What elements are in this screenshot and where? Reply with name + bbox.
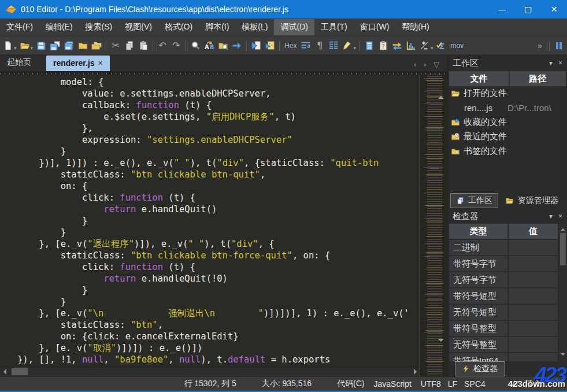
table-row[interactable]: 带符号Int64 — [449, 353, 558, 361]
close-button[interactable]: ✕ — [541, 0, 567, 19]
minimize-button[interactable]: — — [489, 0, 515, 19]
pause-button[interactable] — [552, 39, 566, 53]
tab-list-icon[interactable]: ▽ — [433, 60, 439, 69]
inspector-menu-icon[interactable]: ▾ — [549, 212, 553, 220]
clipboard-info-button[interactable]: ? — [376, 39, 390, 53]
save-button[interactable] — [34, 39, 48, 53]
document-overview-scrollbar[interactable] — [420, 75, 447, 376]
toolbar-overflow-button[interactable]: » — [533, 39, 547, 53]
folders-button[interactable] — [90, 39, 103, 53]
disassembly-mov-button[interactable]: mov — [448, 42, 466, 50]
status-w-indicator[interactable]: W — [511, 379, 518, 389]
checksum-button[interactable]: Σ — [434, 39, 448, 53]
status-code-label[interactable]: 代码(C) — [337, 379, 364, 389]
tab-close-icon[interactable]: × — [98, 58, 103, 68]
status-line-ending[interactable]: LF — [448, 379, 457, 389]
new-file-button[interactable] — [1, 39, 15, 53]
table-row[interactable]: 带符号整型 — [449, 321, 558, 336]
status-file-size[interactable]: 大小: 935,516 — [262, 379, 312, 389]
menu-item-debug[interactable]: 调试(D) — [274, 19, 314, 35]
inspector-scrollbar[interactable] — [559, 224, 567, 361]
column-header-path[interactable]: 路径 — [510, 71, 566, 86]
menu-item-search[interactable]: 搜索(S) — [79, 19, 119, 35]
replace-button[interactable]: AB — [202, 39, 216, 53]
goto-button[interactable] — [230, 39, 244, 53]
calculator-button[interactable] — [362, 39, 376, 53]
run-template-button[interactable] — [263, 39, 277, 53]
menu-item-window[interactable]: 窗口(W) — [354, 19, 396, 35]
tab-renderer-js[interactable]: renderer.js× — [46, 56, 110, 71]
list-item-open-files[interactable]: 打开的文件 — [448, 86, 567, 101]
status-line-col[interactable]: 行 15302, 列 5 — [184, 379, 236, 389]
table-row[interactable]: 无符号字节 — [449, 272, 558, 287]
undo-button[interactable]: ↶ — [155, 39, 169, 53]
line-numbers-button[interactable] — [327, 39, 340, 53]
workspace-close-icon[interactable]: × — [558, 59, 562, 67]
highlight-button[interactable] — [340, 39, 354, 53]
hex-view-button[interactable]: Hex — [282, 42, 299, 50]
horizontal-scrollbar-thumb[interactable] — [12, 368, 28, 375]
redo-button[interactable]: ↷ — [169, 39, 183, 53]
word-wrap-button[interactable] — [299, 39, 313, 53]
menu-item-format[interactable]: 格式(O) — [158, 19, 199, 35]
scroll-down-icon[interactable] — [561, 353, 565, 358]
maximize-button[interactable]: □ — [515, 0, 541, 19]
list-item-open-file[interactable]: ren....js D:\Pr...tron\ — [448, 101, 567, 115]
column-header-value[interactable]: 值 — [509, 224, 558, 239]
status-encoding[interactable]: UTF8 — [421, 379, 441, 389]
code-editor[interactable]: model: { value: e.settings.enableDHCPSer… — [0, 75, 420, 367]
operations-button[interactable] — [418, 39, 432, 53]
folder-button[interactable] — [76, 39, 90, 53]
table-row[interactable]: 无符号短型 — [449, 305, 558, 320]
workspace-menu-icon[interactable]: ▾ — [549, 59, 553, 67]
list-item-recent-files[interactable]: 最近的文件 — [448, 130, 567, 144]
scroll-left-icon[interactable] — [0, 367, 9, 376]
show-whitespace-button[interactable]: ¶ — [313, 39, 327, 53]
find-button[interactable] — [188, 39, 202, 53]
list-item-favorite-files[interactable]: 收藏的文件 — [448, 115, 567, 130]
code-line: }, [e._v("取消")])]) : e._e()]) — [17, 342, 420, 354]
title-bar: 010 Editor - D:\Program Files\Clash\reso… — [0, 0, 567, 19]
run-script-button[interactable] — [249, 39, 263, 53]
scroll-right-icon[interactable] — [410, 367, 420, 376]
inspector-close-icon[interactable]: × — [558, 212, 562, 220]
tab-back-icon[interactable]: ‹ — [414, 60, 417, 69]
scroll-up-icon[interactable] — [438, 86, 444, 97]
menu-item-help[interactable]: 帮助(H) — [395, 19, 435, 35]
column-header-file[interactable]: 文件 — [449, 71, 509, 86]
tab-workspace[interactable]: 工作区 — [450, 193, 498, 208]
save-all-button[interactable] — [62, 39, 76, 53]
resize-grip[interactable]: ⋰ — [551, 380, 558, 388]
status-insert-mode[interactable]: 插入 — [525, 379, 542, 389]
tab-forward-icon[interactable]: › — [424, 60, 427, 69]
menu-item-view[interactable]: 视图(V) — [118, 19, 158, 35]
copy-button[interactable] — [123, 39, 136, 53]
histogram-button[interactable] — [404, 39, 418, 53]
tab-inspector[interactable]: 检查器 — [455, 361, 505, 376]
scroll-down-icon[interactable] — [438, 342, 444, 352]
menu-item-file[interactable]: 文件(F) — [0, 19, 39, 35]
menu-item-template[interactable]: 模板(L) — [235, 19, 274, 35]
scrollbar-thumb[interactable] — [560, 233, 566, 265]
open-file-button[interactable] — [18, 39, 32, 53]
horizontal-scrollbar[interactable] — [0, 367, 420, 376]
scroll-up-icon[interactable] — [561, 226, 565, 231]
menu-item-tools[interactable]: 工具(T) — [314, 19, 354, 35]
table-row[interactable]: 无符号整型 — [449, 337, 558, 352]
cut-button[interactable]: ✂ — [109, 39, 123, 53]
menu-item-script[interactable]: 脚本(I) — [199, 19, 235, 35]
menu-item-edit[interactable]: 编辑(E) — [39, 19, 79, 35]
column-header-type[interactable]: 类型 — [449, 224, 507, 239]
table-row[interactable]: 二进制 — [449, 240, 558, 255]
save-as-button[interactable] — [48, 39, 62, 53]
tab-start-page[interactable]: 起始页 — [0, 54, 38, 71]
list-item-bookmark-files[interactable]: 书签的文件 — [448, 144, 567, 158]
status-spacing[interactable]: SPC4 — [464, 379, 486, 389]
status-language[interactable]: JavaScript — [374, 379, 412, 389]
tab-explorer[interactable]: 资源管理器 — [499, 194, 564, 208]
compare-button[interactable] — [390, 39, 404, 53]
table-row[interactable]: 带符号短型 — [449, 289, 558, 304]
paste-button[interactable] — [136, 39, 150, 53]
find-in-files-button[interactable] — [216, 39, 230, 53]
table-row[interactable]: 带符号字节 — [449, 256, 558, 271]
